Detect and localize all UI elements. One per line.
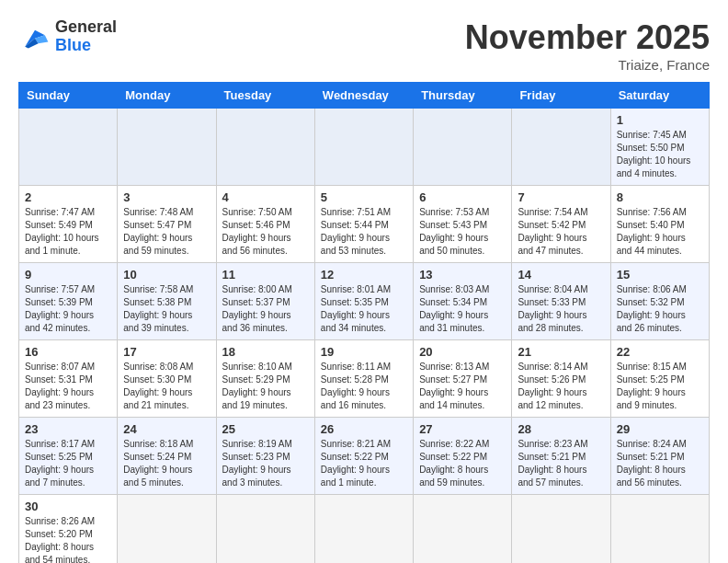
day-header-wednesday: Wednesday: [314, 83, 413, 109]
calendar-week-row: 23Sunrise: 8:17 AM Sunset: 5:25 PM Dayli…: [19, 418, 710, 495]
calendar-cell: 3Sunrise: 7:48 AM Sunset: 5:47 PM Daylig…: [118, 186, 216, 263]
calendar-cell: 27Sunrise: 8:22 AM Sunset: 5:22 PM Dayli…: [414, 418, 512, 495]
day-number: 22: [617, 345, 703, 359]
day-number: 17: [123, 345, 210, 359]
day-info: Sunrise: 7:51 AM Sunset: 5:44 PM Dayligh…: [321, 206, 407, 258]
day-header-saturday: Saturday: [610, 83, 709, 109]
day-info: Sunrise: 8:14 AM Sunset: 5:26 PM Dayligh…: [518, 361, 604, 412]
calendar-table: SundayMondayTuesdayWednesdayThursdayFrid…: [18, 82, 710, 563]
calendar-cell: 14Sunrise: 8:04 AM Sunset: 5:33 PM Dayli…: [512, 263, 610, 340]
logo-icon: [18, 23, 51, 51]
day-info: Sunrise: 7:53 AM Sunset: 5:43 PM Dayligh…: [419, 206, 506, 258]
calendar-cell: [512, 109, 610, 186]
day-info: Sunrise: 8:04 AM Sunset: 5:33 PM Dayligh…: [518, 283, 604, 335]
calendar-cell: [118, 495, 216, 564]
day-info: Sunrise: 8:22 AM Sunset: 5:22 PM Dayligh…: [419, 438, 506, 489]
page-header: General Blue November 2025 Triaize, Fran…: [18, 18, 710, 73]
calendar-cell: 28Sunrise: 8:23 AM Sunset: 5:21 PM Dayli…: [512, 418, 610, 495]
day-header-friday: Friday: [512, 83, 610, 109]
day-number: 10: [123, 268, 210, 282]
day-number: 16: [25, 345, 111, 359]
day-info: Sunrise: 8:13 AM Sunset: 5:27 PM Dayligh…: [419, 361, 506, 412]
calendar-cell: 12Sunrise: 8:01 AM Sunset: 5:35 PM Dayli…: [314, 263, 413, 340]
day-info: Sunrise: 8:18 AM Sunset: 5:24 PM Dayligh…: [123, 438, 210, 489]
day-info: Sunrise: 8:08 AM Sunset: 5:30 PM Dayligh…: [123, 361, 210, 412]
day-number: 26: [321, 422, 407, 436]
day-number: 11: [222, 268, 309, 282]
calendar-body: 1Sunrise: 7:45 AM Sunset: 5:50 PM Daylig…: [19, 109, 710, 564]
calendar-cell: 19Sunrise: 8:11 AM Sunset: 5:28 PM Dayli…: [314, 340, 413, 418]
day-info: Sunrise: 8:23 AM Sunset: 5:21 PM Dayligh…: [518, 438, 604, 489]
day-header-thursday: Thursday: [414, 83, 512, 109]
calendar-cell: [610, 495, 709, 564]
calendar-header-row: SundayMondayTuesdayWednesdayThursdayFrid…: [19, 83, 710, 109]
calendar-cell: [314, 109, 413, 186]
day-info: Sunrise: 8:21 AM Sunset: 5:22 PM Dayligh…: [321, 438, 407, 489]
day-number: 30: [25, 500, 111, 513]
day-number: 4: [222, 190, 309, 204]
calendar-cell: 20Sunrise: 8:13 AM Sunset: 5:27 PM Dayli…: [414, 340, 512, 418]
day-number: 6: [419, 190, 506, 204]
calendar-cell: [216, 495, 314, 564]
calendar-cell: 7Sunrise: 7:54 AM Sunset: 5:42 PM Daylig…: [512, 186, 610, 263]
day-number: 3: [123, 190, 210, 204]
day-info: Sunrise: 7:58 AM Sunset: 5:38 PM Dayligh…: [123, 283, 210, 335]
day-header-sunday: Sunday: [19, 83, 118, 109]
calendar-cell: 8Sunrise: 7:56 AM Sunset: 5:40 PM Daylig…: [610, 186, 709, 263]
calendar-cell: 4Sunrise: 7:50 AM Sunset: 5:46 PM Daylig…: [216, 186, 314, 263]
logo: General Blue: [18, 18, 117, 55]
day-info: Sunrise: 8:01 AM Sunset: 5:35 PM Dayligh…: [321, 283, 407, 335]
calendar-cell: 15Sunrise: 8:06 AM Sunset: 5:32 PM Dayli…: [610, 263, 709, 340]
calendar-cell: 10Sunrise: 7:58 AM Sunset: 5:38 PM Dayli…: [118, 263, 216, 340]
calendar-cell: 26Sunrise: 8:21 AM Sunset: 5:22 PM Dayli…: [314, 418, 413, 495]
day-number: 7: [518, 190, 604, 204]
day-number: 13: [419, 268, 506, 282]
day-number: 19: [321, 345, 407, 359]
day-info: Sunrise: 8:06 AM Sunset: 5:32 PM Dayligh…: [617, 283, 703, 335]
day-info: Sunrise: 7:56 AM Sunset: 5:40 PM Dayligh…: [617, 206, 703, 258]
day-number: 18: [222, 345, 309, 359]
calendar-cell: 18Sunrise: 8:10 AM Sunset: 5:29 PM Dayli…: [216, 340, 314, 418]
day-info: Sunrise: 7:45 AM Sunset: 5:50 PM Dayligh…: [617, 129, 703, 180]
day-number: 12: [321, 268, 407, 282]
day-number: 1: [617, 113, 703, 127]
calendar-cell: [118, 109, 216, 186]
calendar-cell: [314, 495, 413, 564]
day-number: 8: [617, 190, 703, 204]
calendar-cell: 2Sunrise: 7:47 AM Sunset: 5:49 PM Daylig…: [19, 186, 118, 263]
calendar-week-row: 1Sunrise: 7:45 AM Sunset: 5:50 PM Daylig…: [19, 109, 710, 186]
day-number: 23: [25, 422, 111, 436]
day-info: Sunrise: 8:11 AM Sunset: 5:28 PM Dayligh…: [321, 361, 407, 412]
day-number: 20: [419, 345, 506, 359]
day-info: Sunrise: 8:15 AM Sunset: 5:25 PM Dayligh…: [617, 361, 703, 412]
day-info: Sunrise: 8:07 AM Sunset: 5:31 PM Dayligh…: [25, 361, 111, 412]
calendar-cell: 13Sunrise: 8:03 AM Sunset: 5:34 PM Dayli…: [414, 263, 512, 340]
calendar-cell: [216, 109, 314, 186]
day-info: Sunrise: 7:50 AM Sunset: 5:46 PM Dayligh…: [222, 206, 309, 258]
calendar-week-row: 2Sunrise: 7:47 AM Sunset: 5:49 PM Daylig…: [19, 186, 710, 263]
day-number: 28: [518, 422, 604, 436]
day-info: Sunrise: 8:24 AM Sunset: 5:21 PM Dayligh…: [617, 438, 703, 489]
day-number: 25: [222, 422, 309, 436]
calendar-cell: 29Sunrise: 8:24 AM Sunset: 5:21 PM Dayli…: [610, 418, 709, 495]
day-header-monday: Monday: [118, 83, 216, 109]
day-number: 21: [518, 345, 604, 359]
day-info: Sunrise: 7:54 AM Sunset: 5:42 PM Dayligh…: [518, 206, 604, 258]
calendar-cell: 25Sunrise: 8:19 AM Sunset: 5:23 PM Dayli…: [216, 418, 314, 495]
day-number: 2: [25, 190, 111, 204]
calendar-cell: 30Sunrise: 8:26 AM Sunset: 5:20 PM Dayli…: [19, 495, 118, 564]
day-info: Sunrise: 8:17 AM Sunset: 5:25 PM Dayligh…: [25, 438, 111, 489]
calendar-cell: 23Sunrise: 8:17 AM Sunset: 5:25 PM Dayli…: [19, 418, 118, 495]
day-number: 24: [123, 422, 210, 436]
title-block: November 2025 Triaize, France: [465, 18, 710, 73]
day-info: Sunrise: 8:10 AM Sunset: 5:29 PM Dayligh…: [222, 361, 309, 412]
calendar-cell: 22Sunrise: 8:15 AM Sunset: 5:25 PM Dayli…: [610, 340, 709, 418]
calendar-cell: 5Sunrise: 7:51 AM Sunset: 5:44 PM Daylig…: [314, 186, 413, 263]
calendar-week-row: 16Sunrise: 8:07 AM Sunset: 5:31 PM Dayli…: [19, 340, 710, 418]
calendar-cell: 9Sunrise: 7:57 AM Sunset: 5:39 PM Daylig…: [19, 263, 118, 340]
calendar-cell: 24Sunrise: 8:18 AM Sunset: 5:24 PM Dayli…: [118, 418, 216, 495]
calendar-cell: 11Sunrise: 8:00 AM Sunset: 5:37 PM Dayli…: [216, 263, 314, 340]
calendar-week-row: 9Sunrise: 7:57 AM Sunset: 5:39 PM Daylig…: [19, 263, 710, 340]
day-number: 15: [617, 268, 703, 282]
day-info: Sunrise: 7:48 AM Sunset: 5:47 PM Dayligh…: [123, 206, 210, 258]
